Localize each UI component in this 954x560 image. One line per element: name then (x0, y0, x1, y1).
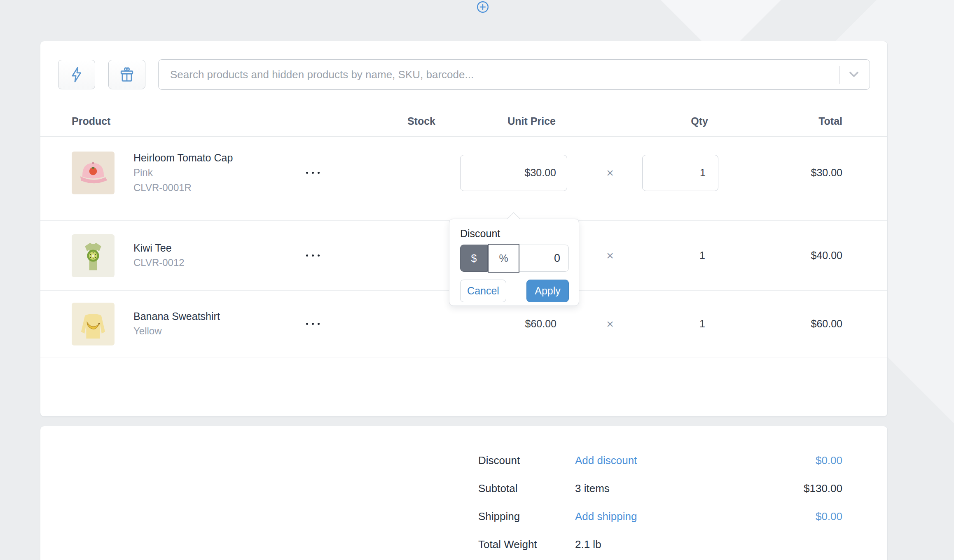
summary-row-total-weight: Total Weight 2.1 lb (478, 530, 842, 558)
order-summary: Discount Add discount $0.00 Subtotal 3 i… (40, 426, 887, 558)
summary-row-discount: Discount Add discount $0.00 (478, 446, 842, 474)
discount-amount-input[interactable]: 0 (519, 245, 569, 272)
gift-icon (117, 65, 136, 84)
lightning-bolt-icon (67, 65, 86, 84)
summary-amount: $0.00 (816, 510, 842, 523)
line-total: $30.00 (718, 167, 842, 179)
discount-popover: Discount $ % 0 Cancel Apply (449, 219, 579, 306)
ellipsis-icon[interactable] (306, 323, 320, 325)
discount-type-percent-option[interactable]: % (488, 244, 519, 273)
summary-row-subtotal: Subtotal 3 items $130.00 (478, 474, 842, 502)
summary-label: Subtotal (478, 482, 575, 495)
product-name[interactable]: Kiwi Tee (133, 241, 288, 255)
line-total: $40.00 (718, 250, 842, 261)
column-header-total: Total (718, 115, 842, 127)
summary-detail: 2.1 lb (575, 538, 842, 551)
summary-label: Total Weight (478, 538, 575, 551)
row-actions-cell (288, 323, 460, 325)
add-gift-button[interactable] (108, 60, 145, 89)
column-header-product: Product (72, 115, 288, 127)
summary-label: Shipping (478, 510, 575, 523)
qty-cell: 1 (642, 155, 718, 191)
row-actions-cell (288, 172, 460, 174)
product-sku: CLVR-0001R (133, 180, 288, 195)
product-name[interactable]: Banana Sweatshirt (133, 309, 288, 323)
unit-price-value[interactable]: $60.00 (460, 318, 567, 330)
product-variant: Yellow (133, 323, 288, 338)
qty-value[interactable]: 1 (642, 250, 718, 261)
order-summary-card: Discount Add discount $0.00 Subtotal 3 i… (40, 426, 888, 560)
column-header-qty: Qty (642, 115, 718, 127)
product-search-input[interactable] (169, 68, 828, 82)
product-table-card: Product Stock Unit Price Qty Total Heirl… (40, 41, 888, 417)
qty-input[interactable]: 1 (642, 155, 718, 191)
discount-type-dollar-option[interactable]: $ (460, 245, 488, 272)
product-image (72, 303, 115, 345)
qty-value[interactable]: 1 (642, 318, 718, 330)
product-image (72, 234, 115, 277)
summary-amount: $0.00 (816, 454, 842, 467)
product-info: Banana Sweatshirt Yellow (115, 309, 288, 338)
multiply-sign: × (567, 317, 642, 331)
multiply-sign: × (567, 166, 642, 180)
quick-sale-button[interactable] (58, 60, 95, 89)
summary-amount: $130.00 (804, 482, 842, 495)
summary-detail: 3 items (575, 482, 804, 495)
table-header-row: Product Stock Unit Price Qty Total (40, 90, 887, 137)
row-actions-cell (288, 254, 460, 257)
discount-popover-title: Discount (460, 227, 569, 240)
line-total: $60.00 (718, 318, 842, 330)
plus-circle-icon (477, 1, 489, 13)
ellipsis-icon[interactable] (306, 172, 320, 174)
discount-popover-actions: Cancel Apply (460, 280, 569, 302)
column-header-unit-price: Unit Price (460, 115, 567, 127)
add-shipping-link[interactable]: Add shipping (575, 510, 816, 523)
product-name[interactable]: Heirloom Tomato Cap (133, 151, 288, 165)
product-sku: CLVR-0012 (133, 255, 288, 270)
unit-price-cell: $30.00 (460, 155, 567, 191)
product-info: Heirloom Tomato Cap Pink CLVR-0001R (115, 151, 288, 195)
cancel-button[interactable]: Cancel (460, 280, 506, 302)
column-header-stock: Stock (288, 115, 460, 127)
product-search-box (158, 59, 870, 90)
unit-price-input[interactable]: $30.00 (460, 155, 567, 191)
summary-row-shipping: Shipping Add shipping $0.00 (478, 502, 842, 530)
summary-label: Discount (478, 454, 575, 467)
product-toolbar (40, 41, 887, 90)
add-discount-link[interactable]: Add discount (575, 454, 816, 467)
apply-button[interactable]: Apply (526, 280, 569, 302)
ellipsis-icon[interactable] (306, 254, 320, 257)
chevron-down-icon[interactable] (849, 71, 859, 78)
product-info: Kiwi Tee CLVR-0012 (115, 241, 288, 270)
discount-type-control: $ % 0 (460, 245, 569, 272)
product-image (72, 152, 115, 194)
add-section-button[interactable] (477, 1, 489, 13)
search-divider (839, 66, 839, 84)
product-variant: Pink (133, 165, 288, 180)
draft-order-page: { "toolbar": { "search_placeholder": "Se… (0, 0, 954, 560)
table-row: Heirloom Tomato Cap Pink CLVR-0001R $30.… (40, 137, 887, 221)
